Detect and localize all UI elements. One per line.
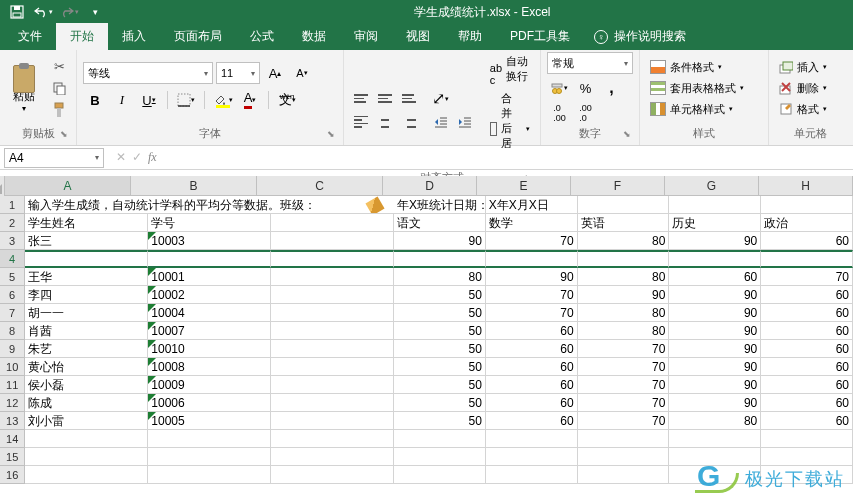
tab-view[interactable]: 视图 [392,23,444,50]
cancel-formula-button[interactable]: ✕ [116,150,126,165]
cell[interactable]: 陈成 [25,394,148,412]
cell[interactable] [486,430,578,448]
cell[interactable]: 60 [761,376,853,394]
name-box[interactable]: A4▾ [4,148,104,168]
cell[interactable]: 政治 [761,214,853,232]
align-middle-button[interactable] [374,89,396,109]
cell[interactable]: 80 [578,304,670,322]
cell[interactable] [271,322,394,340]
copy-button[interactable] [48,78,70,98]
font-dialog-launcher[interactable]: ⬊ [325,129,337,141]
cell[interactable]: 10005 [148,412,271,430]
decrease-indent-button[interactable] [430,112,452,132]
cell[interactable] [271,214,394,232]
fill-color-button[interactable]: ▾ [211,89,235,111]
cell[interactable]: 10002 [148,286,271,304]
number-format-select[interactable]: 常规▾ [547,52,633,74]
cell[interactable]: 10001 [148,268,271,286]
row-header[interactable]: 5 [0,268,25,286]
cell[interactable]: 胡一一 [25,304,148,322]
cell[interactable]: 60 [761,286,853,304]
tab-file[interactable]: 文件 [4,23,56,50]
cell[interactable]: 60 [761,232,853,250]
insert-cells-button[interactable]: 插入▾ [775,58,831,77]
cell[interactable]: 70 [578,412,670,430]
save-icon[interactable] [6,1,28,23]
cell[interactable]: 60 [486,322,578,340]
conditional-format-button[interactable]: 条件格式▾ [646,58,748,77]
cell[interactable]: 70 [486,286,578,304]
column-header-E[interactable]: E [477,176,571,195]
cell[interactable]: 黄心怡 [25,358,148,376]
cell[interactable] [486,448,578,466]
cell[interactable]: 60 [486,412,578,430]
cell[interactable] [394,430,486,448]
cell[interactable]: 张三 [25,232,148,250]
align-center-button[interactable] [374,112,396,132]
delete-cells-button[interactable]: 删除▾ [775,79,831,98]
insert-function-button[interactable]: fx [148,150,157,165]
cell[interactable] [148,448,271,466]
column-header-A[interactable]: A [5,176,131,195]
cell[interactable]: 60 [486,340,578,358]
cell[interactable] [669,250,761,268]
cell[interactable]: 90 [669,376,761,394]
cell[interactable]: 50 [394,412,486,430]
comma-button[interactable]: , [599,77,623,99]
cell[interactable]: 10008 [148,358,271,376]
cell[interactable]: 70 [578,358,670,376]
cell[interactable]: 70 [486,232,578,250]
cell[interactable]: 90 [669,322,761,340]
cell[interactable]: 10009 [148,376,271,394]
cell-styles-button[interactable]: 单元格样式▾ [646,100,748,119]
align-bottom-button[interactable] [398,89,420,109]
enter-formula-button[interactable]: ✓ [132,150,142,165]
cell[interactable]: 10007 [148,322,271,340]
cell[interactable]: 50 [394,358,486,376]
cell[interactable] [486,466,578,484]
cell[interactable]: 60 [761,358,853,376]
cell[interactable] [271,268,394,286]
cell[interactable]: 50 [394,394,486,412]
cell[interactable] [486,250,578,268]
cell[interactable]: 10004 [148,304,271,322]
cell[interactable] [148,466,271,484]
cell[interactable] [578,196,670,214]
increase-decimal-button[interactable]: .0.00 [547,102,571,124]
borders-button[interactable]: ▾ [174,89,198,111]
cell[interactable]: 90 [669,394,761,412]
cell[interactable] [148,250,271,268]
cell[interactable] [25,448,148,466]
cell[interactable]: 50 [394,304,486,322]
cell[interactable]: 50 [394,376,486,394]
cell[interactable]: 70 [578,394,670,412]
cell[interactable] [148,430,271,448]
cell[interactable] [394,448,486,466]
cell[interactable]: 60 [669,268,761,286]
cell[interactable] [578,448,670,466]
format-painter-button[interactable] [48,100,70,120]
cell[interactable]: 80 [578,322,670,340]
cell[interactable]: 60 [486,394,578,412]
cell[interactable] [25,430,148,448]
tell-me[interactable]: ♀ 操作说明搜索 [584,23,696,50]
cell[interactable]: 80 [394,268,486,286]
cell[interactable]: 80 [578,232,670,250]
column-header-H[interactable]: H [759,176,853,195]
cell[interactable]: 90 [394,232,486,250]
cell[interactable]: 数学 [486,214,578,232]
cell[interactable] [394,250,486,268]
cell[interactable]: 语文 [394,214,486,232]
cell[interactable]: 年X班统计日期： [394,196,486,214]
accounting-format-button[interactable]: ▾ [547,77,571,99]
cell[interactable]: 10003 [148,232,271,250]
cut-button[interactable]: ✂ [48,56,70,76]
cell[interactable] [271,412,394,430]
row-header[interactable]: 1 [0,196,25,214]
row-header[interactable]: 10 [0,358,25,376]
column-header-G[interactable]: G [665,176,759,195]
cell[interactable] [271,286,394,304]
cell[interactable]: 输入学生成绩，自动统计学科的平均分等数据。班级： [25,196,364,214]
phonetic-button[interactable]: wén文▾ [275,89,299,111]
cell[interactable]: 60 [761,394,853,412]
